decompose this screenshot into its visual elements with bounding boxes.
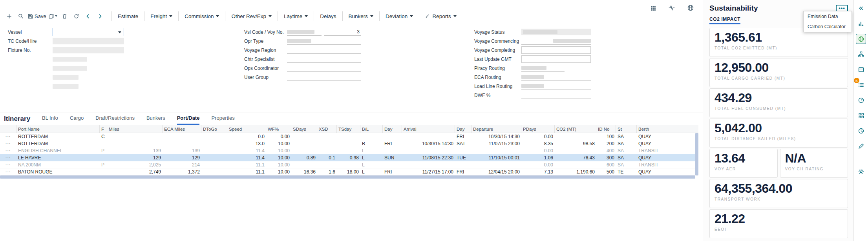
row-menu-button[interactable]: ··· xyxy=(0,162,16,167)
cell-day: SUN xyxy=(383,155,402,161)
activity-button[interactable] xyxy=(667,3,677,13)
menu-item-commission[interactable]: Commission xyxy=(178,11,225,21)
voyage-commencing-field[interactable] xyxy=(521,37,591,45)
fixture-no-field[interactable] xyxy=(53,47,124,53)
column-header-arrival[interactable]: Arrival xyxy=(402,125,455,133)
column-header-miles[interactable]: Miles xyxy=(107,125,163,133)
last-update-gmt-field[interactable] xyxy=(521,55,591,63)
cell-day: SAT xyxy=(455,141,471,146)
row-menu-button[interactable]: ··· xyxy=(0,155,16,160)
menu-item-reports[interactable]: Reports xyxy=(419,11,462,21)
settings-button[interactable] xyxy=(856,166,866,177)
task-list-button[interactable]: 5 xyxy=(856,80,866,90)
new-button[interactable] xyxy=(4,11,14,21)
table-row[interactable]: ···ENGLISH CHANNELP13913911.410.00L0.004… xyxy=(0,147,698,154)
row-menu-button[interactable]: ··· xyxy=(0,134,16,139)
search-button[interactable] xyxy=(16,11,26,21)
voyage-completing-field[interactable] xyxy=(521,46,591,54)
tab-bl-info[interactable]: BL Info xyxy=(42,115,58,125)
vessel-select[interactable] xyxy=(53,28,124,36)
vertical-scrollbar[interactable] xyxy=(695,133,698,175)
column-header-dtogo[interactable]: DToGo xyxy=(201,125,227,133)
menu-item-bunkers[interactable]: Bunkers xyxy=(342,11,380,21)
column-header-f[interactable]: F xyxy=(100,125,107,133)
back-button[interactable] xyxy=(83,11,93,21)
row-menu-button[interactable]: ··· xyxy=(0,170,16,174)
cell-st: SA xyxy=(616,148,637,153)
table-row[interactable]: ···ROTTERDAM13.010.00BFRI10/30/15 14:30S… xyxy=(0,140,698,147)
menu-item-delays[interactable]: Delays xyxy=(314,11,342,21)
cell-arrival: 11/27/15 17:00 xyxy=(402,169,455,175)
sitemap-button[interactable] xyxy=(856,49,866,59)
table-row[interactable]: ···BATON ROUGE2,7491,37211.110.0016.361.… xyxy=(0,168,698,175)
column-header-wf[interactable]: WF% xyxy=(266,125,291,133)
tc-code-hire-field[interactable] xyxy=(53,38,124,44)
column-header-departure[interactable]: Departure xyxy=(471,125,521,133)
column-header-berth[interactable]: Berth xyxy=(637,125,695,133)
load-line-routing-field[interactable] xyxy=(521,82,591,90)
qr-grid-button[interactable] xyxy=(856,110,866,120)
tc-code-hire-label: TC Code/Hire xyxy=(8,38,53,44)
tab-co2-impact[interactable]: CO2 IMPACT xyxy=(709,16,740,24)
save-button[interactable]: Save xyxy=(27,11,46,21)
copy-button[interactable] xyxy=(48,11,58,21)
row-menu-button[interactable]: ··· xyxy=(0,141,16,146)
metric-label: VOY CII RATING xyxy=(785,167,843,171)
save-icon xyxy=(27,13,33,19)
scrollbar-thumb[interactable] xyxy=(0,175,695,179)
tab-properties[interactable]: Properties xyxy=(211,115,234,125)
column-header-eca-miles[interactable]: ECA Miles xyxy=(163,125,201,133)
vsl-code-field[interactable] xyxy=(287,28,322,36)
bar-chart-button[interactable] xyxy=(856,18,866,29)
menu-item-estimate[interactable]: Estimate xyxy=(112,11,144,21)
forward-button[interactable] xyxy=(95,11,105,21)
column-header-id-no[interactable]: ID No xyxy=(596,125,616,133)
pie-chart-button[interactable] xyxy=(856,126,866,136)
column-header-speed[interactable]: Speed xyxy=(227,125,266,133)
voyage-region-field[interactable] xyxy=(287,46,361,54)
grid-button[interactable] xyxy=(648,3,658,13)
voy-no-field[interactable]: 3 xyxy=(324,28,361,36)
column-header-port-name[interactable]: Port Name xyxy=(16,125,100,133)
table-row[interactable]: ···ROTTERDAMC0.00.00FRI10/30/15 14:300.0… xyxy=(0,133,698,140)
tab-bunkers[interactable]: Bunkers xyxy=(146,115,165,125)
column-header-b-l[interactable]: B/L xyxy=(360,125,383,133)
piracy-routing-field[interactable] xyxy=(521,64,565,72)
card-view-button[interactable] xyxy=(856,64,866,75)
menu-item-laytime[interactable]: Laytime xyxy=(278,11,314,21)
menu-item-carbon-calculator[interactable]: Carbon Calculator xyxy=(804,22,852,32)
menu-item-other-rev-exp[interactable]: Other Rev/Exp xyxy=(225,11,278,21)
menu-item-emission-data[interactable]: Emission Data xyxy=(804,11,852,22)
table-row[interactable]: ···LE HAVRE12912911.410.000.890.10.98LSU… xyxy=(0,154,698,161)
refresh-button[interactable] xyxy=(71,11,82,21)
user-group-field[interactable] xyxy=(287,73,361,81)
tab-cargo[interactable]: Cargo xyxy=(70,115,84,125)
column-header-xsd[interactable]: XSD xyxy=(317,125,337,133)
globe-button[interactable] xyxy=(685,3,696,13)
column-header-day[interactable]: Day xyxy=(455,125,471,133)
tab-port-date[interactable]: Port/Date xyxy=(177,115,200,125)
opr-type-field[interactable] xyxy=(287,37,361,45)
column-header-co2-mt[interactable]: CO2 (MT) xyxy=(555,125,596,133)
column-header-tsday[interactable]: TSday xyxy=(337,125,360,133)
table-row[interactable]: ···NA 200NMP2,02521411.110.00L0.00600SAT… xyxy=(0,161,698,168)
row-menu-button[interactable]: ··· xyxy=(0,148,16,153)
horizontal-scrollbar[interactable] xyxy=(0,175,695,179)
column-header-sdays[interactable]: SDays xyxy=(291,125,317,133)
eca-routing-field[interactable] xyxy=(521,73,591,81)
sustainability-button[interactable] xyxy=(856,34,866,44)
gauge-button[interactable] xyxy=(856,95,866,105)
menu-item-deviation[interactable]: Deviation xyxy=(379,11,419,21)
tab-draft-restrictions[interactable]: Draft/Restrictions xyxy=(95,115,135,125)
menu-item-freight[interactable]: Freight xyxy=(144,11,178,21)
column-header-st[interactable]: St xyxy=(616,125,637,133)
scrollbar-thumb[interactable] xyxy=(695,133,698,175)
ops-coordinator-field[interactable] xyxy=(287,64,361,72)
column-header-pdays[interactable]: PDays xyxy=(521,125,555,133)
column-header-day[interactable]: Day xyxy=(383,125,402,133)
edit-button[interactable] xyxy=(856,141,866,151)
delete-button[interactable] xyxy=(60,11,70,21)
dwf-field[interactable] xyxy=(521,91,591,99)
collapse-rail-button[interactable] xyxy=(856,3,866,13)
chtr-specialist-field[interactable] xyxy=(287,55,361,63)
